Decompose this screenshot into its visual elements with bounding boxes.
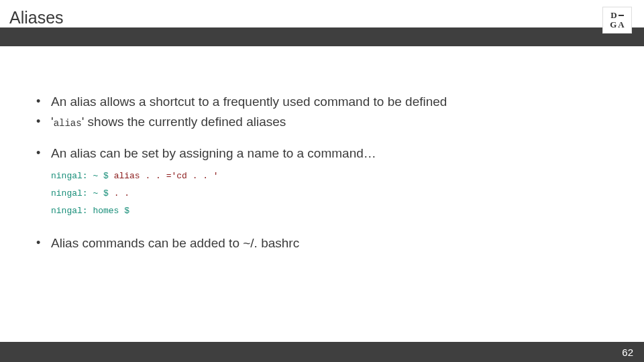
bullet-list: Alias commands can be added to ~/. bashr… (34, 235, 610, 252)
bullet-text: An alias can be set by assigning a name … (51, 146, 376, 160)
logo-letter-g: G (610, 20, 616, 29)
slide-title: Aliases (9, 8, 635, 27)
terminal-line: ningal: homes $ (51, 202, 610, 220)
terminal-example: ningal: ~ $ alias . . ='cd . . ' ningal:… (51, 168, 610, 220)
logo-dash-icon (619, 15, 624, 16)
page-number: 62 (622, 347, 633, 358)
bullet-item: Alias commands can be added to ~/. bashr… (34, 235, 610, 252)
slide-header: Aliases D G A (0, 0, 644, 46)
logo-letter-d: D (610, 11, 616, 20)
logo-letter-a: A (618, 20, 624, 29)
bullet-text: Alias commands can be added to ~/. bashr… (51, 236, 299, 250)
terminal-prompt: ningal: ~ $ (51, 171, 114, 181)
bullet-item: An alias can be set by assigning a name … (34, 145, 610, 162)
inline-code: alias (54, 118, 82, 129)
bullet-item: An alias allows a shortcut to a frequent… (34, 93, 610, 111)
bullet-item: 'alias' shows the currently defined alia… (34, 113, 610, 131)
bullet-list: An alias allows a shortcut to a frequent… (34, 93, 610, 130)
logo-badge: D G A (602, 7, 632, 34)
terminal-command: alias . . ='cd . . ' (114, 171, 219, 181)
terminal-command: . . (114, 188, 129, 198)
slide-footer: 62 (0, 342, 644, 362)
title-area: Aliases (0, 0, 644, 27)
terminal-line: ningal: ~ $ alias . . ='cd . . ' (51, 168, 610, 185)
bullet-list: An alias can be set by assigning a name … (34, 145, 610, 162)
terminal-prompt: ningal: homes $ (51, 206, 129, 216)
slide-body: An alias allows a shortcut to a frequent… (0, 46, 644, 252)
terminal-line: ningal: ~ $ . . (51, 185, 610, 202)
bullet-text: An alias allows a shortcut to a frequent… (51, 95, 447, 109)
terminal-prompt: ningal: ~ $ (51, 188, 114, 198)
bullet-text-post: ' shows the currently defined aliases (82, 115, 286, 129)
header-bar (0, 27, 644, 46)
